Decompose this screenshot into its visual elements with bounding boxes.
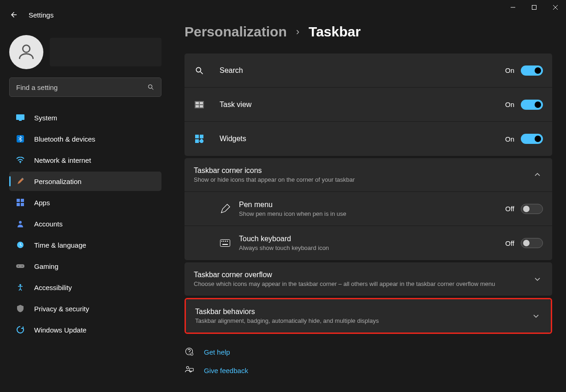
- pen-icon: [220, 203, 231, 214]
- nav-time[interactable]: Time & language: [9, 235, 161, 255]
- toggle-state: On: [505, 66, 514, 74]
- widgets-toggle[interactable]: [521, 134, 543, 144]
- svg-point-5: [149, 85, 152, 89]
- help-icon: [185, 347, 195, 357]
- svg-rect-36: [227, 241, 228, 242]
- search-icon: [194, 65, 205, 76]
- nav-system[interactable]: System: [9, 108, 161, 127]
- svg-rect-1: [532, 6, 536, 10]
- svg-rect-33: [221, 241, 222, 242]
- shield-icon: [16, 304, 25, 313]
- nav-label: Privacy & security: [34, 305, 89, 313]
- pen-menu-toggle[interactable]: [521, 204, 543, 214]
- svg-point-10: [20, 162, 21, 163]
- nav-privacy[interactable]: Privacy & security: [9, 299, 161, 318]
- minimize-button[interactable]: [502, 0, 524, 15]
- search-row: Search On: [185, 53, 552, 88]
- corner-icons-expander[interactable]: Taskbar corner icons Show or hide icons …: [185, 158, 552, 192]
- give-feedback-link[interactable]: Give feedback: [185, 365, 552, 375]
- group-title: Taskbar behaviors: [195, 308, 530, 316]
- svg-point-21: [196, 67, 201, 72]
- get-help-link[interactable]: Get help: [185, 347, 552, 357]
- nav-label: Apps: [34, 199, 50, 207]
- chevron-down-icon: [532, 273, 543, 285]
- row-label: Task view: [220, 101, 505, 109]
- search-icon: [147, 83, 155, 91]
- group-subtitle: Choose which icons may appear in the tas…: [194, 280, 532, 287]
- group-title: Taskbar corner icons: [194, 166, 532, 175]
- svg-point-19: [22, 266, 23, 267]
- search-toggle[interactable]: [521, 65, 543, 76]
- toggle-state: Off: [505, 239, 514, 247]
- link-label: Get help: [204, 348, 230, 356]
- corner-icons-group: Taskbar corner icons Show or hide icons …: [185, 158, 552, 260]
- link-label: Give feedback: [204, 367, 248, 374]
- update-icon: [16, 325, 25, 334]
- profile-section[interactable]: [9, 35, 161, 69]
- nav-gaming[interactable]: Gaming: [9, 256, 161, 276]
- nav-label: Network & internet: [34, 156, 91, 164]
- grid-icon: [16, 198, 25, 207]
- taskview-icon: [194, 99, 205, 110]
- svg-rect-42: [190, 368, 193, 371]
- gamepad-icon: [16, 261, 25, 271]
- row-label: Widgets: [220, 135, 505, 143]
- touch-keyboard-row: Touch keyboard Always show touch keyboar…: [185, 226, 552, 260]
- touch-keyboard-toggle[interactable]: [521, 238, 543, 248]
- nav-accessibility[interactable]: Accessibility: [9, 278, 161, 297]
- back-button[interactable]: [9, 10, 18, 19]
- svg-rect-26: [196, 105, 199, 107]
- breadcrumb-parent[interactable]: Personalization: [185, 24, 287, 40]
- svg-point-20: [19, 284, 21, 286]
- search-input[interactable]: [9, 77, 161, 97]
- chevron-up-icon: [532, 169, 543, 180]
- nav-personalization[interactable]: Personalization: [9, 172, 161, 191]
- nav-apps[interactable]: Apps: [9, 193, 161, 212]
- nav-update[interactable]: Windows Update: [9, 320, 161, 339]
- nav-accounts[interactable]: Accounts: [9, 214, 161, 233]
- nav-label: Time & language: [34, 241, 86, 249]
- app-title: Settings: [29, 11, 54, 19]
- svg-rect-31: [199, 138, 203, 143]
- monitor-icon: [16, 113, 25, 122]
- nav-label: Bluetooth & devices: [34, 135, 95, 143]
- row-subtitle: Show pen menu icon when pen is in use: [239, 210, 505, 217]
- svg-rect-13: [17, 203, 20, 206]
- svg-rect-8: [19, 120, 22, 121]
- svg-rect-35: [225, 241, 226, 242]
- taskview-toggle[interactable]: [521, 100, 543, 110]
- search-field[interactable]: [16, 83, 147, 91]
- toggle-state: Off: [505, 205, 514, 213]
- svg-point-18: [18, 266, 19, 267]
- svg-point-4: [23, 45, 30, 52]
- breadcrumb-current: Taskbar: [309, 24, 361, 40]
- close-button[interactable]: [545, 0, 566, 15]
- maximize-button[interactable]: [524, 0, 545, 15]
- feedback-icon: [185, 365, 195, 375]
- group-subtitle: Show or hide icons that appear on the co…: [194, 176, 532, 183]
- svg-line-6: [152, 88, 153, 89]
- taskview-row: Task view On: [185, 88, 552, 122]
- svg-rect-25: [200, 102, 203, 104]
- row-label: Search: [220, 66, 505, 75]
- svg-point-41: [186, 367, 189, 369]
- person-icon: [16, 219, 25, 228]
- nav-network[interactable]: Network & internet: [9, 150, 161, 170]
- keyboard-icon: [220, 238, 231, 249]
- corner-overflow-group: Taskbar corner overflow Choose which ico…: [185, 262, 552, 296]
- svg-rect-11: [17, 199, 20, 202]
- taskbar-behaviors-group: Taskbar behaviors Taskbar alignment, bad…: [186, 299, 551, 333]
- taskbar-items-group: Search On Task view On Widgets On: [185, 53, 552, 156]
- corner-overflow-expander[interactable]: Taskbar corner overflow Choose which ico…: [185, 262, 552, 296]
- taskbar-behaviors-expander[interactable]: Taskbar behaviors Taskbar alignment, bad…: [186, 299, 551, 333]
- svg-rect-24: [196, 102, 199, 104]
- nav-bluetooth[interactable]: Bluetooth & devices: [9, 129, 161, 148]
- svg-rect-28: [195, 135, 199, 138]
- widgets-icon: [194, 133, 205, 144]
- chevron-right-icon: ›: [296, 26, 299, 38]
- svg-rect-7: [16, 114, 24, 120]
- svg-rect-30: [195, 139, 199, 143]
- svg-rect-29: [200, 135, 203, 138]
- nav-list: System Bluetooth & devices Network & int…: [9, 108, 161, 339]
- nav-label: System: [34, 114, 57, 122]
